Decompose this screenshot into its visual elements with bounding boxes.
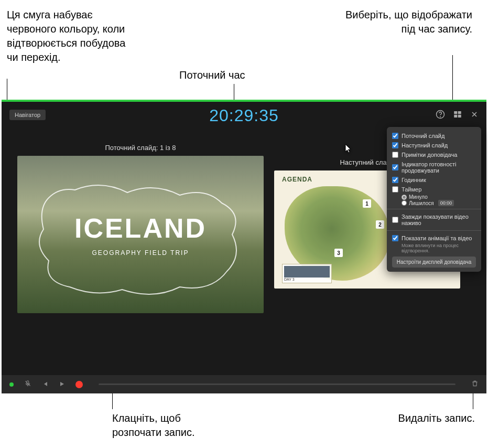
display-settings-popover: Поточний слайд Наступний слайд Примітки … — [387, 127, 481, 272]
prev-icon[interactable] — [42, 380, 48, 389]
opt-presenter-notes-label: Примітки доповідача — [402, 152, 457, 158]
checkbox-anim-video[interactable] — [392, 235, 398, 241]
radio-elapsed[interactable] — [402, 195, 407, 200]
opt-anim-video[interactable]: Показати анімації та відео — [392, 233, 476, 243]
agenda-heading: AGENDA — [282, 176, 312, 183]
scrubber[interactable] — [99, 383, 456, 385]
svg-rect-4 — [454, 115, 457, 118]
presenter-window: Навігатор 20:29:35 Поточний слайд Наступ… — [2, 100, 486, 393]
callout-time-text: Поточний час — [179, 68, 245, 82]
opt-timer-label: Таймер — [402, 186, 421, 193]
svg-rect-2 — [454, 111, 457, 114]
opt-remaining-label: Лишилося — [409, 200, 434, 206]
remaining-time-value: 00:00 — [438, 200, 454, 206]
current-slide-thumb[interactable]: ICELAND GEOGRAPHY FIELD TRIP — [17, 156, 264, 313]
checkbox-next-slide[interactable] — [392, 142, 398, 148]
top-bar: Навігатор 20:29:35 — [2, 102, 486, 128]
svg-rect-5 — [458, 115, 461, 118]
opt-timer-elapsed[interactable]: Минуло — [392, 194, 476, 200]
checkbox-presenter-notes[interactable] — [392, 152, 398, 158]
checkbox-current-slide[interactable] — [392, 133, 398, 139]
opt-ready-indicator-label: Індикатор готовності продовжувати — [402, 161, 476, 174]
svg-point-1 — [440, 116, 441, 117]
map-marker-1: 1 — [363, 199, 371, 208]
configure-display-button[interactable]: Настроїти дисплей доповідача — [392, 257, 476, 268]
recording-bar — [2, 375, 486, 393]
callout-settings-line — [452, 55, 453, 106]
callout-bar-text: Ця смуга набуває червоного кольору, коли… — [7, 8, 127, 65]
opt-presenter-notes[interactable]: Примітки доповідача — [392, 150, 476, 159]
popover-note: Може вплинути на процес відтворення. — [392, 243, 476, 253]
radio-remaining[interactable] — [402, 200, 407, 206]
opt-current-slide-label: Поточний слайд — [402, 133, 444, 139]
day3-card: DAY 3 — [282, 264, 332, 283]
popover-divider-2 — [387, 230, 481, 231]
callout-record-text: Клацніть, щоб розпочати запис. — [112, 411, 227, 440]
callout-record-line — [112, 391, 113, 409]
opt-elapsed-label: Минуло — [409, 194, 428, 200]
opt-clock-label: Годинник — [402, 177, 426, 183]
svg-rect-3 — [458, 111, 461, 114]
layout-settings-icon[interactable] — [453, 110, 462, 121]
callout-delete-text: Видаліть запис. — [398, 411, 475, 425]
opt-current-slide[interactable]: Поточний слайд — [392, 131, 476, 141]
status-dot — [9, 382, 14, 387]
opt-next-slide[interactable]: Наступний слайд — [392, 141, 476, 150]
opt-live-video-label: Завжди показувати відео наживо — [402, 214, 476, 226]
callout-delete-line — [473, 391, 473, 409]
checkbox-clock[interactable] — [392, 177, 398, 183]
popover-divider-1 — [387, 209, 481, 209]
help-icon[interactable] — [436, 110, 445, 121]
opt-timer-remaining[interactable]: Лишилося00:00 — [392, 200, 476, 206]
checkbox-timer[interactable] — [392, 186, 398, 193]
opt-timer[interactable]: Таймер — [392, 185, 476, 194]
callout-settings-text: Виберіть, що відображати під час запису. — [336, 8, 472, 36]
trash-icon[interactable] — [471, 380, 479, 389]
checkbox-live-video[interactable] — [392, 217, 398, 223]
opt-clock[interactable]: Годинник — [392, 175, 476, 185]
play-icon[interactable] — [59, 380, 65, 389]
callout-bar-line — [7, 79, 7, 101]
opt-anim-video-label: Показати анімації та відео — [402, 235, 472, 241]
opt-live-video[interactable]: Завжди показувати відео наживо — [392, 212, 476, 228]
iceland-outline — [17, 156, 264, 313]
navigator-button[interactable]: Навігатор — [9, 110, 46, 120]
mouse-cursor — [345, 144, 352, 156]
current-slide-label: Поточний слайд: 1 із 8 — [17, 144, 264, 152]
mic-icon[interactable] — [24, 380, 31, 389]
opt-next-slide-label: Наступний слайд — [402, 142, 448, 148]
day3-label: DAY 3 — [284, 278, 330, 281]
map-marker-3: 3 — [334, 249, 343, 257]
opt-ready-indicator[interactable]: Індикатор готовності продовжувати — [392, 159, 476, 175]
close-icon[interactable] — [470, 110, 479, 121]
current-slide-column: Поточний слайд: 1 із 8 ICELAND GEOGRAPHY… — [17, 144, 264, 313]
map-marker-2: 2 — [376, 220, 384, 229]
current-time: 20:29:35 — [209, 106, 279, 125]
record-button[interactable] — [75, 381, 83, 388]
checkbox-ready-indicator[interactable] — [392, 164, 398, 170]
